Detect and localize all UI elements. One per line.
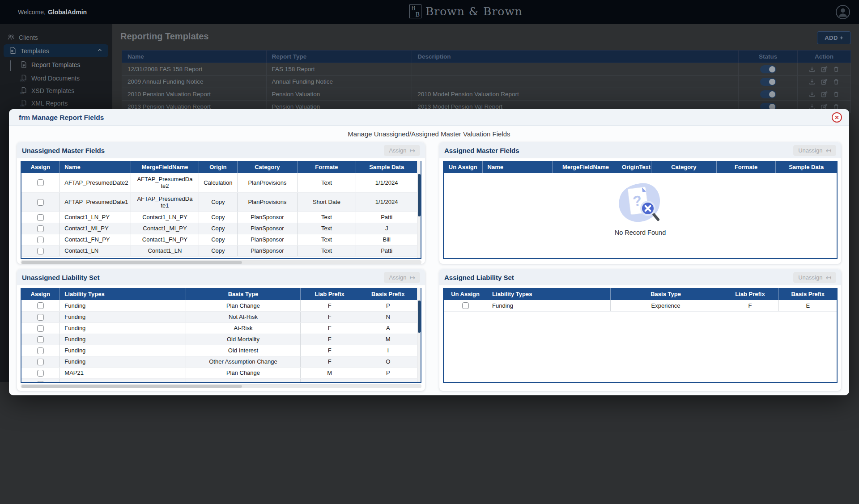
reporting-templates-table: Name Report Type Description Status Acti… xyxy=(122,50,851,113)
table-row: 2009 Annual Funding Notice Annual Fundin… xyxy=(122,76,851,88)
assign-checkbox[interactable] xyxy=(37,237,44,243)
table-row: AFTAP_PresumedDate2 AFTAP_PresumedDate2 … xyxy=(21,173,417,192)
horizontal-scrollbar[interactable] xyxy=(21,384,421,388)
close-icon[interactable]: ✕ xyxy=(832,112,842,123)
welcome-prefix: Welcome, xyxy=(18,8,46,16)
status-toggle[interactable] xyxy=(760,90,776,98)
table-row: MAP21 Plan Change M P xyxy=(21,367,417,378)
assign-checkbox[interactable] xyxy=(37,302,44,309)
unassigned-master-fields-table: Assign Name MergeFieldName Origin Catego… xyxy=(21,161,417,257)
doc-file-icon: DOC xyxy=(20,74,27,82)
download-icon[interactable] xyxy=(808,78,816,85)
brand-logo: B B Brown & Brown xyxy=(409,4,523,18)
xls-file-icon: XLS xyxy=(20,87,27,94)
status-toggle[interactable] xyxy=(760,78,776,86)
vertical-scrollbar[interactable] xyxy=(417,288,421,382)
no-record-text: No Record Found xyxy=(444,229,837,236)
sidebar-item-report-templates[interactable]: Report Templates xyxy=(20,61,80,68)
no-record-found: ? No Record Found xyxy=(444,182,837,236)
scrollbar-thumb[interactable] xyxy=(21,385,242,388)
unassign-button[interactable]: Unassign ↤ xyxy=(793,272,836,283)
add-button[interactable]: ADD + xyxy=(817,31,851,44)
sidebar-item-xsd-templates[interactable]: XLS XSD Templates xyxy=(20,87,74,94)
templates-icon xyxy=(9,47,17,55)
table-row: Funding Not At-Risk F N xyxy=(21,311,417,322)
table-row: Contact1_LN Contact1_LN Copy PlanSponsor… xyxy=(21,245,417,256)
scrollbar-thumb[interactable] xyxy=(418,174,421,216)
brand-name: Brown & Brown xyxy=(425,5,523,18)
assign-checkbox[interactable] xyxy=(37,381,44,383)
table-row: Funding Plan Change F P xyxy=(21,300,417,311)
table-row: AFTAP_PresumedDate1 AFTAP_PresumedDate1 … xyxy=(21,192,417,212)
assign-checkbox[interactable] xyxy=(37,179,44,186)
assign-button[interactable]: Assign ↦ xyxy=(384,145,420,156)
unassigned-liability-set-panel: Unassigned Liability Set Assign ↦ Assign… xyxy=(17,269,425,391)
no-record-illustration-icon: ? xyxy=(613,182,668,224)
delete-icon[interactable] xyxy=(833,66,840,73)
assign-checkbox[interactable] xyxy=(37,347,44,354)
assigned-master-fields-table: Un Assign Name MergeFieldName OriginText… xyxy=(444,161,837,173)
scrollbar-thumb[interactable] xyxy=(21,261,242,264)
section-heading: Assigned Master Fields xyxy=(444,147,519,154)
table-header-row: Name Report Type Description Status Acti… xyxy=(122,51,851,63)
assign-checkbox[interactable] xyxy=(37,325,44,332)
report-templates-icon xyxy=(20,61,27,68)
table-row: Funding Old Mortality F M xyxy=(21,334,417,345)
table-row: Funding Old Interest F I xyxy=(21,345,417,356)
assign-checkbox[interactable] xyxy=(37,370,44,377)
username: GlobalAdmin xyxy=(48,8,87,16)
assign-checkbox[interactable] xyxy=(37,214,44,221)
assign-checkbox[interactable] xyxy=(37,248,44,254)
person-icon xyxy=(837,6,849,18)
clients-icon xyxy=(7,34,15,41)
xml-file-icon: XML xyxy=(20,99,27,107)
assigned-liability-set-panel: Assigned Liability Set Unassign ↤ Un Ass… xyxy=(439,269,841,391)
assign-button[interactable]: Assign ↦ xyxy=(384,272,420,283)
top-bar: Welcome, GlobalAdmin B B Brown & Brown xyxy=(0,0,859,24)
unassign-button[interactable]: Unassign ↤ xyxy=(793,145,836,156)
svg-text:XLS: XLS xyxy=(20,92,24,94)
unassigned-liability-set-table: Assign Liability Types Basis Type Liab P… xyxy=(21,288,417,383)
svg-text:XML: XML xyxy=(20,105,25,107)
table-row: Contact1_MI_PY Contact1_MI_PY Copy PlanS… xyxy=(21,223,417,234)
assigned-liability-set-table: Un Assign Liability Types Basis Type Lia… xyxy=(444,288,837,312)
modal-title: frm Manage Report Fields xyxy=(19,109,104,126)
assign-checkbox[interactable] xyxy=(37,359,44,365)
sidebar-item-xml-reports[interactable]: XML XML Reports xyxy=(20,99,68,107)
active-subitem-accent xyxy=(10,60,11,71)
section-heading: Assigned Liability Set xyxy=(444,274,514,281)
scrollbar-thumb[interactable] xyxy=(418,301,421,333)
edit-icon[interactable] xyxy=(821,91,828,98)
delete-icon[interactable] xyxy=(833,78,840,85)
sidebar-item-templates[interactable]: Templates xyxy=(4,44,108,57)
table-row: Contact1_FN_PY Contact1_FN_PY Copy PlanS… xyxy=(21,234,417,245)
edit-icon[interactable] xyxy=(821,78,828,85)
brand-bb-icon: B B xyxy=(409,4,421,18)
table-row: MAP21 Not At-Risk M N xyxy=(21,378,417,383)
unassign-checkbox[interactable] xyxy=(462,302,469,309)
status-toggle[interactable] xyxy=(760,65,776,73)
table-row: Funding Other Assumption Change F O xyxy=(21,356,417,367)
edit-icon[interactable] xyxy=(821,66,828,73)
assign-checkbox[interactable] xyxy=(37,314,44,321)
sidebar-item-clients[interactable]: Clients xyxy=(7,34,38,41)
table-row: 12/31/2008 FAS 158 Report FAS 158 Report xyxy=(122,63,851,76)
section-heading: Unassigned Liability Set xyxy=(22,274,99,281)
modal-subtitle: Manage Unassigned/Assigned Master Valuat… xyxy=(9,130,849,138)
table-row: Funding At-Risk F A xyxy=(21,322,417,334)
section-heading: Unassigned Master Fields xyxy=(22,147,105,154)
horizontal-scrollbar[interactable] xyxy=(21,260,421,264)
vertical-scrollbar[interactable] xyxy=(417,161,421,258)
sidebar-item-word-documents[interactable]: DOC Word Documents xyxy=(20,74,80,82)
assign-checkbox[interactable] xyxy=(37,336,44,343)
assign-checkbox[interactable] xyxy=(37,225,44,232)
download-icon[interactable] xyxy=(808,91,816,98)
maps-to-arrow-icon: ↦ xyxy=(409,147,415,154)
table-row: Funding Experience F E xyxy=(444,300,837,311)
user-avatar-icon[interactable] xyxy=(836,5,850,19)
assign-checkbox[interactable] xyxy=(37,199,44,206)
download-icon[interactable] xyxy=(808,66,816,73)
maps-from-arrow-icon: ↤ xyxy=(825,147,831,154)
delete-icon[interactable] xyxy=(833,91,840,98)
page-title: Reporting Templates xyxy=(120,31,208,42)
